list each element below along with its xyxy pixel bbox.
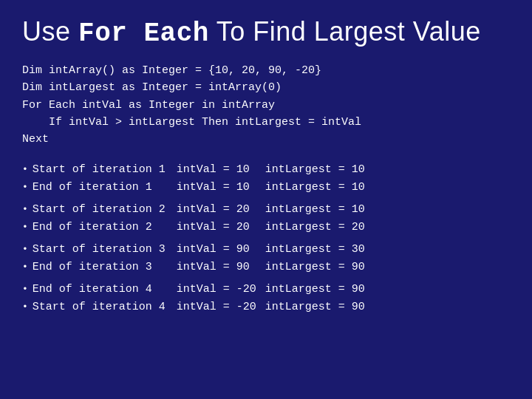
code-line-1: Dim intArray() as Integer = {10, 20, 90,… xyxy=(22,62,510,79)
iter-label-text: End of iteration 2 xyxy=(33,219,177,236)
iter-intval-text: intVal = 90 xyxy=(177,241,265,259)
iter-bullet: • xyxy=(22,300,28,316)
iter-intval-text: intVal = -20 xyxy=(177,299,265,316)
iteration-group-2: •Start of iteration 2intVal = 20intLarge… xyxy=(22,201,510,236)
iter-row-1-2: •End of iteration 1 intVal = 10intLarges… xyxy=(22,179,510,197)
iteration-group-1: •Start of iteration 1intVal = 10intLarge… xyxy=(22,161,510,197)
iter-label-text: Start of iteration 3 xyxy=(33,241,177,259)
iter-intlargest-text: intLargest = 10 xyxy=(265,179,365,197)
iter-row-3-2: •End of iteration 3 intVal = 90intLarges… xyxy=(22,259,510,276)
iter-bullet: • xyxy=(22,180,28,196)
iter-label-text: Start of iteration 1 xyxy=(33,161,177,179)
iter-intlargest-text: intLargest = 90 xyxy=(265,281,365,299)
iter-row-3-1: •Start of iteration 3intVal = 90intLarge… xyxy=(22,241,510,259)
iter-intlargest-text: intLargest = 30 xyxy=(265,241,365,259)
iter-bullet: • xyxy=(22,163,28,178)
code-line-3: For Each intVal as Integer in intArray xyxy=(22,97,510,114)
iter-intlargest-text: intLargest = 90 xyxy=(265,299,365,316)
code-line-4: If intVal > intLargest Then intLargest =… xyxy=(22,114,510,131)
iter-row-1-1: •Start of iteration 1intVal = 10intLarge… xyxy=(22,161,510,179)
iter-label-text: End of iteration 3 xyxy=(33,259,177,276)
iterations-container: •Start of iteration 1intVal = 10intLarge… xyxy=(0,155,532,316)
iter-intlargest-text: intLargest = 10 xyxy=(265,201,365,219)
iter-bullet: • xyxy=(22,202,28,218)
iter-intval-text: intVal = 20 xyxy=(177,219,265,236)
iter-intval-text: intVal = -20 xyxy=(177,281,265,299)
iter-label-text: End of iteration 4 xyxy=(33,281,177,299)
iter-label-text: Start of iteration 4 xyxy=(33,299,177,316)
iteration-group-4: •End of iteration 4 intVal = -20intLarge… xyxy=(22,281,510,316)
iter-row-4-1: •End of iteration 4 intVal = -20intLarge… xyxy=(22,281,510,299)
iter-intval-text: intVal = 10 xyxy=(177,179,265,197)
iter-bullet: • xyxy=(22,282,28,298)
title-bold: For Each xyxy=(78,18,209,49)
title-suffix: To Find Largest Value xyxy=(209,16,481,47)
iter-bullet: • xyxy=(22,242,28,258)
code-line-2: Dim intLargest as Integer = intArray(0) xyxy=(22,79,510,96)
iter-row-2-1: •Start of iteration 2intVal = 20intLarge… xyxy=(22,201,510,219)
iteration-group-3: •Start of iteration 3intVal = 90intLarge… xyxy=(22,241,510,276)
iter-intlargest-text: intLargest = 20 xyxy=(265,219,365,236)
iter-intval-text: intVal = 10 xyxy=(177,161,265,179)
page-title: Use For Each To Find Largest Value xyxy=(0,0,532,62)
iter-intval-text: intVal = 20 xyxy=(177,201,265,219)
iter-row-2-2: •End of iteration 2 intVal = 20intLarges… xyxy=(22,219,510,236)
iter-bullet: • xyxy=(22,260,28,276)
iter-bullet: • xyxy=(22,220,28,236)
iter-intval-text: intVal = 90 xyxy=(177,259,265,276)
title-prefix: Use xyxy=(22,16,78,47)
iter-row-4-2: •Start of iteration 4intVal = -20intLarg… xyxy=(22,299,510,316)
code-line-5: Next xyxy=(22,131,510,148)
iter-intlargest-text: intLargest = 10 xyxy=(265,161,365,179)
iter-label-text: Start of iteration 2 xyxy=(33,201,177,219)
code-block: Dim intArray() as Integer = {10, 20, 90,… xyxy=(0,62,532,155)
iter-label-text: End of iteration 1 xyxy=(33,179,177,197)
iter-intlargest-text: intLargest = 90 xyxy=(265,259,365,276)
